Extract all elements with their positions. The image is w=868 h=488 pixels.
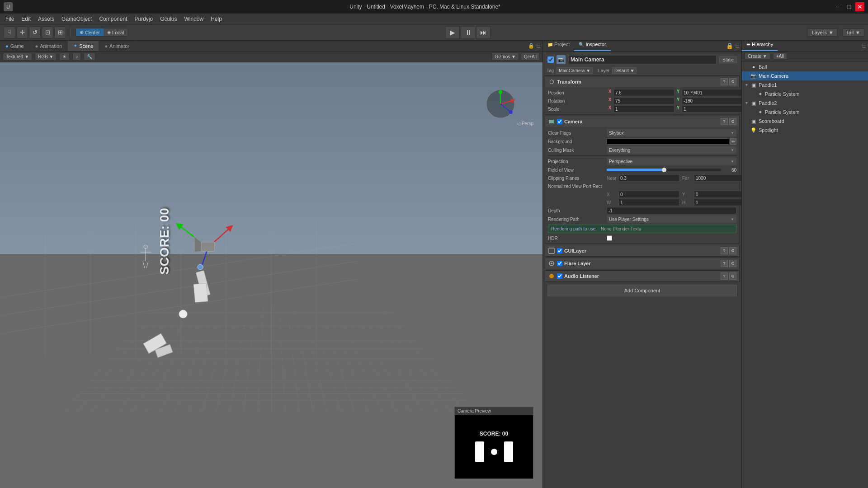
camera-header[interactable]: Camera ? ⚙ [545, 116, 739, 127]
flare-layer-header[interactable]: Flare Layer ? ⚙ [545, 258, 739, 269]
menu-component[interactable]: Component [95, 15, 131, 23]
menu-purdyjo[interactable]: Purdyjo [131, 15, 156, 23]
menu-assets[interactable]: Assets [34, 15, 58, 23]
play-button[interactable]: ▶ [445, 26, 460, 39]
hand-tool-button[interactable]: ☟ [4, 27, 15, 38]
rotation-y-input[interactable] [682, 97, 741, 104]
tab-animator[interactable]: ● Animator [99, 41, 135, 51]
position-y-input[interactable] [682, 89, 741, 96]
shading-dropdown[interactable]: Textured ▼ [3, 53, 32, 61]
tab-project[interactable]: 📁 Project [543, 41, 574, 51]
object-name-field[interactable]: Main Camera [568, 55, 717, 64]
gizmos-dropdown[interactable]: Gizmos ▼ [491, 53, 519, 61]
viewport-w-input[interactable] [618, 199, 679, 206]
create-button[interactable]: Create ▼ [745, 53, 770, 60]
rotation-x-input[interactable] [613, 97, 675, 104]
hierarchy-menu-icon[interactable]: ☰ [862, 43, 866, 49]
tab-hierarchy[interactable]: ☰ Hierarchy [742, 41, 778, 51]
tab-inspector[interactable]: 🔍 Inspector [574, 41, 610, 51]
tab-game[interactable]: ● Game [0, 41, 30, 51]
menu-gameobject[interactable]: GameObject [58, 15, 95, 23]
camera-settings-icon[interactable]: ⚙ [729, 118, 736, 125]
hdr-checkbox[interactable] [607, 235, 612, 241]
local-button[interactable]: ◈ Local [104, 28, 127, 36]
culling-mask-dropdown[interactable]: Everything [607, 146, 736, 154]
menu-help[interactable]: Help [207, 15, 226, 23]
effects-btn[interactable]: 🔧 [84, 53, 95, 61]
flare-layer-help-icon[interactable]: ? [721, 260, 728, 267]
scale-x-input[interactable] [613, 105, 675, 113]
rendering-path-dropdown[interactable]: Use Player Settings [607, 215, 736, 223]
camera-help-icon[interactable]: ? [721, 118, 728, 125]
search-field[interactable]: Qr+All [521, 53, 540, 61]
hierarchy-item-ball[interactable]: ● Ball [742, 62, 868, 71]
projection-dropdown[interactable]: Perspective [607, 157, 736, 165]
background-color-edit-icon[interactable]: ✏ [730, 138, 736, 145]
fov-slider[interactable] [607, 169, 721, 171]
scene-menu-icon[interactable]: ☰ [536, 43, 541, 49]
close-button[interactable]: ✕ [855, 2, 864, 11]
move-tool-button[interactable]: ✛ [16, 27, 28, 38]
menu-file[interactable]: File [2, 15, 18, 23]
fov-slider-thumb[interactable] [662, 168, 666, 172]
tab-scene[interactable]: ✦ Scene [68, 41, 99, 51]
near-clip-input[interactable] [618, 174, 679, 182]
pause-button[interactable]: ⏸ [461, 26, 475, 39]
inspector-lock-icon[interactable]: 🔒 [726, 42, 733, 49]
rect-tool-button[interactable]: ⊞ [54, 27, 66, 38]
lighting-btn[interactable]: ☀ [59, 53, 70, 61]
static-dropdown[interactable]: Static [719, 56, 737, 63]
transform-help-icon[interactable]: ? [721, 78, 728, 85]
rgb-dropdown[interactable]: RGB ▼ [35, 53, 57, 61]
hierarchy-item-particle2[interactable]: ✦ Particle System [742, 108, 868, 117]
viewport-h-input[interactable] [694, 199, 741, 206]
transform-header[interactable]: ⬡ Transform ? ⚙ [545, 76, 739, 87]
transform-settings-icon[interactable]: ⚙ [729, 78, 736, 85]
clear-flags-dropdown[interactable]: Skybox [607, 129, 736, 137]
maximize-button[interactable]: □ [844, 2, 854, 11]
scale-tool-button[interactable]: ⊡ [42, 27, 53, 38]
scale-y-input[interactable] [682, 105, 741, 113]
depth-input[interactable] [607, 207, 736, 214]
hierarchy-item-paddle1[interactable]: ▼ ▣ Paddle1 [742, 80, 868, 89]
camera-enable-checkbox[interactable] [557, 119, 562, 124]
object-active-checkbox[interactable] [547, 56, 554, 63]
gui-layer-header[interactable]: GUILayer ? ⚙ [545, 245, 739, 256]
audio-listener-header[interactable]: Audio Listener ? ⚙ [545, 271, 739, 282]
tab-animation[interactable]: ● Animation [30, 41, 68, 51]
axis-widget[interactable]: Y X Z [486, 89, 515, 119]
center-button[interactable]: ⊕ Center [76, 28, 104, 36]
minimize-button[interactable]: ─ [834, 2, 843, 11]
viewport-x-input[interactable] [618, 191, 679, 198]
add-component-button[interactable]: Add Component [547, 285, 737, 296]
audio-listener-help-icon[interactable]: ? [721, 272, 728, 280]
hierarchy-item-paddle2[interactable]: ▼ ▣ Paddle2 [742, 99, 868, 108]
layout-dropdown[interactable]: Tall ▼ [842, 28, 864, 37]
gui-layer-checkbox[interactable] [557, 248, 562, 253]
flare-layer-settings-icon[interactable]: ⚙ [729, 260, 736, 267]
hierarchy-item-main-camera[interactable]: 📷 Main Camera [742, 71, 868, 80]
all-button[interactable]: +All [773, 53, 787, 60]
background-color-swatch[interactable] [607, 138, 729, 145]
viewport-y-input[interactable] [694, 191, 741, 198]
audio-listener-settings-icon[interactable]: ⚙ [729, 272, 736, 280]
scene-lock-icon[interactable]: 🔒 [528, 43, 534, 49]
hierarchy-item-spotlight[interactable]: 💡 Spotlight [742, 126, 868, 135]
flare-layer-checkbox[interactable] [557, 261, 562, 266]
scene-viewport[interactable]: SCORE: 00 Y X [0, 62, 542, 488]
hierarchy-item-scoreboard[interactable]: ▣ Scoreboard [742, 117, 868, 126]
position-x-input[interactable] [613, 89, 675, 96]
menu-oculus[interactable]: Oculus [156, 15, 180, 23]
layers-dropdown[interactable]: Layers ▼ [808, 28, 838, 37]
hierarchy-item-particle1[interactable]: ✦ Particle System [742, 89, 868, 99]
gui-layer-help-icon[interactable]: ? [721, 247, 728, 254]
menu-edit[interactable]: Edit [18, 15, 34, 23]
gui-layer-settings-icon[interactable]: ⚙ [729, 247, 736, 254]
inspector-menu-icon[interactable]: ☰ [735, 43, 740, 49]
layer-dropdown[interactable]: Default ▼ [612, 67, 637, 74]
audio-btn[interactable]: ♪ [72, 53, 81, 61]
step-button[interactable]: ⏭ [476, 26, 491, 39]
far-clip-input[interactable] [694, 174, 741, 182]
rotate-tool-button[interactable]: ↺ [29, 27, 41, 38]
menu-window[interactable]: Window [181, 15, 208, 23]
